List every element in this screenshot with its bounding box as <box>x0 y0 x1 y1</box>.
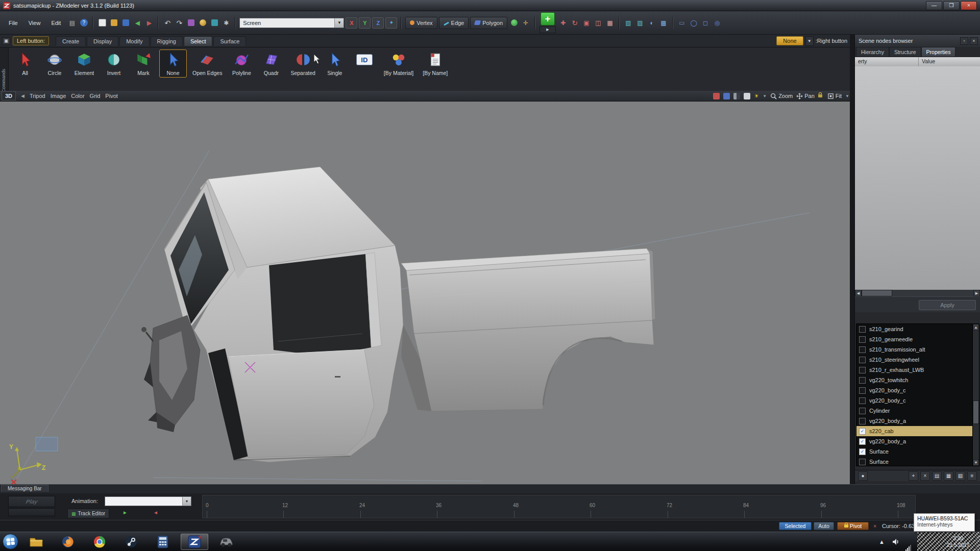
scene-node-row[interactable]: Surface <box>856 457 973 467</box>
firefox-icon[interactable] <box>54 534 82 550</box>
viewport-menu-pivot[interactable]: Pivot <box>105 93 117 99</box>
right-button-mode[interactable]: None <box>776 36 803 45</box>
maximize-button[interactable]: ❐ <box>943 1 960 10</box>
ribbon-item-polyline[interactable]: Polyline <box>228 49 255 78</box>
node-checkbox[interactable] <box>859 459 866 465</box>
panel-toggle-icon[interactable]: ▣ <box>2 37 10 45</box>
node-checkbox[interactable] <box>859 387 866 394</box>
uv-icon[interactable]: ▩ <box>658 18 669 28</box>
start-orb[interactable] <box>3 534 18 549</box>
zoom-tool[interactable]: Zoom <box>770 93 793 99</box>
panel-close-icon[interactable]: × <box>970 37 978 45</box>
chevron-down-icon[interactable]: ▼ <box>763 94 767 98</box>
node-checkbox[interactable] <box>859 397 866 404</box>
node-checkbox[interactable] <box>859 357 866 363</box>
network-icon[interactable] <box>905 532 911 551</box>
shading-mode-icon[interactable] <box>713 93 720 99</box>
ribbon-item-by-name[interactable]: [By Name] <box>419 49 451 78</box>
save-icon[interactable] <box>120 18 131 28</box>
textured-mode-icon[interactable] <box>733 93 740 99</box>
wireframe-mode-icon[interactable] <box>723 93 730 99</box>
marker-out-icon[interactable]: ◄ <box>153 510 158 515</box>
steam-icon[interactable] <box>117 534 145 550</box>
x-axis-icon[interactable]: X <box>346 17 357 29</box>
auto-mode-button[interactable]: Auto <box>814 522 834 530</box>
scroll-down-icon[interactable]: ▼ <box>973 459 979 466</box>
close-button[interactable]: × <box>961 1 977 10</box>
node-checkbox[interactable] <box>859 418 866 424</box>
node-properties-icon[interactable]: ≡ <box>967 471 977 481</box>
export-icon[interactable]: ▶ <box>144 18 154 28</box>
screenshot-icon[interactable] <box>186 18 196 28</box>
tab-properties[interactable]: Properties <box>921 47 956 57</box>
viewport-3d[interactable]: Y Z <box>0 102 850 484</box>
node-list-scrollbar[interactable]: ▲ ▼ <box>972 324 979 466</box>
calculator-icon[interactable] <box>149 534 177 550</box>
undo-icon[interactable]: ↶ <box>162 18 173 28</box>
properties-grid[interactable] <box>855 66 980 290</box>
copy-node-icon[interactable]: ▤ <box>932 471 942 481</box>
render-icon[interactable] <box>209 18 219 28</box>
node-checkbox[interactable] <box>859 448 866 455</box>
open-file-icon[interactable] <box>109 18 119 28</box>
import-icon[interactable]: ◀ <box>132 18 142 28</box>
ribbon-item-invert[interactable]: Invert <box>100 49 128 78</box>
tab-structure[interactable]: Structure <box>889 47 921 57</box>
delete-node-icon[interactable]: × <box>920 471 930 481</box>
scroll-up-icon[interactable]: ▲ <box>973 324 979 331</box>
clear-icon[interactable]: × <box>871 522 879 530</box>
node-checkbox[interactable] <box>859 367 866 373</box>
tab-hierarchy[interactable]: Hierarchy <box>856 47 889 57</box>
scale-icon[interactable]: ▣ <box>581 18 592 28</box>
play-button[interactable]: Play <box>8 496 55 507</box>
marker-in-icon[interactable]: ► <box>122 510 128 515</box>
view-prev-icon[interactable]: ◀ <box>21 93 24 98</box>
help-icon[interactable]: ? <box>79 18 89 28</box>
new-file-icon[interactable] <box>97 18 107 28</box>
track-editor-button[interactable]: ▦ Track Editor <box>67 509 109 518</box>
scene-node-row[interactable]: vg220_towhitch <box>856 375 973 385</box>
scene-node-row[interactable]: s210_steeringwheel <box>856 355 973 365</box>
commands-strip[interactable]: Commands <box>0 47 9 91</box>
show-desktop-button[interactable] <box>976 532 980 551</box>
truck-model[interactable] <box>141 167 655 462</box>
apply-button[interactable]: Apply <box>919 300 976 310</box>
scene-node-list[interactable]: s210_gearind s210_gearneedle s210_transm… <box>856 323 979 466</box>
shortcuts-icon[interactable]: ▤ <box>67 18 77 28</box>
scroll-right-icon[interactable]: ▶ <box>973 290 980 296</box>
scene-node-row[interactable]: Surface <box>856 446 973 457</box>
scroll-left-icon[interactable]: ◀ <box>855 290 862 296</box>
stop-button[interactable] <box>8 508 55 516</box>
scene-node-row[interactable]: s210_gearneedle <box>856 334 973 344</box>
tab-surface[interactable]: Surface <box>213 36 246 46</box>
car-game-icon[interactable] <box>212 534 240 550</box>
redo-icon[interactable]: ↷ <box>174 18 184 28</box>
pan-tool[interactable]: Pan <box>796 93 815 99</box>
node-checkbox[interactable] <box>859 438 866 445</box>
axis-lock-icon[interactable]: ✦ <box>385 17 397 29</box>
node-checkbox[interactable] <box>859 336 866 343</box>
scene-node-row[interactable]: s220_cab <box>856 426 973 436</box>
ribbon-item-none[interactable]: None <box>159 49 187 78</box>
scene-node-row[interactable]: vg220_body_c <box>856 385 973 395</box>
box-primitive-icon[interactable]: ◻ <box>700 18 710 28</box>
move-icon[interactable]: ✚ <box>558 18 568 28</box>
tray-expand-icon[interactable]: ▲ <box>879 532 885 551</box>
scene-node-row[interactable]: s210_r_exhaust_LWB <box>856 365 973 375</box>
node-checkbox[interactable] <box>859 428 866 435</box>
chrome-icon[interactable] <box>86 534 113 550</box>
tab-modify[interactable]: Modify <box>119 36 149 46</box>
explorer-icon[interactable] <box>22 534 50 550</box>
node-checkbox[interactable] <box>859 346 866 353</box>
scene-node-row[interactable]: vg220_body_c <box>856 395 973 406</box>
chevron-down-icon[interactable]: ▼ <box>805 36 814 46</box>
rotate-icon[interactable]: ↻ <box>570 18 580 28</box>
ungroup-node-icon[interactable]: ▧ <box>955 471 965 481</box>
cylinder-primitive-icon[interactable]: ▭ <box>677 18 687 28</box>
ribbon-item-quadr[interactable]: Quadr <box>257 49 285 78</box>
globe-icon[interactable] <box>509 18 519 28</box>
vscroll-thumb[interactable] <box>973 400 979 424</box>
scene-node-row[interactable]: vg220_body_a <box>856 436 973 446</box>
view-mode-button[interactable]: 3D <box>2 91 16 101</box>
fit-tool[interactable]: Fit <box>827 93 842 99</box>
